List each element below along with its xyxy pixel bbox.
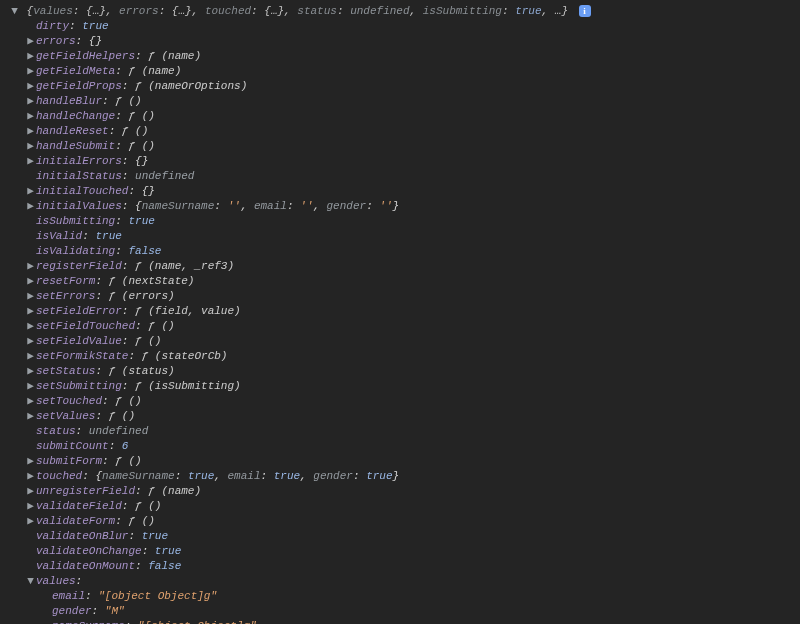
property-row: isValid: true [4,229,800,244]
property-row[interactable]: ▶setFormikState: ƒ (stateOrCb) [4,349,800,364]
chevron-right-icon[interactable]: ▶ [26,454,35,469]
function-params: () [142,110,155,122]
property-value: "[object Object]g" [98,590,217,602]
property-row[interactable]: ▶getFieldMeta: ƒ (name) [4,64,800,79]
property-key: validateOnChange [36,545,142,557]
property-row: validateOnMount: false [4,559,800,574]
info-icon[interactable]: i [579,5,591,17]
property-row[interactable]: ▶resetForm: ƒ (nextState) [4,274,800,289]
chevron-right-icon[interactable]: ▶ [26,124,35,139]
chevron-right-icon[interactable]: ▶ [26,364,35,379]
property-row[interactable]: ▶validateForm: ƒ () [4,514,800,529]
property-key: validateForm [36,515,115,527]
property-value: "M" [105,605,125,617]
property-value: undefined [135,170,194,182]
function-params: (field, value) [148,305,240,317]
property-row[interactable]: ▶initialValues: {nameSurname: '', email:… [4,199,800,214]
property-key: setErrors [36,290,95,302]
property-value: true [155,545,181,557]
property-row: isValidating: false [4,244,800,259]
property-key: getFieldHelpers [36,50,135,62]
property-row[interactable]: ▶setStatus: ƒ (status) [4,364,800,379]
function-params: () [128,395,141,407]
property-key: getFieldProps [36,80,122,92]
chevron-right-icon[interactable]: ▶ [26,34,35,49]
property-row[interactable]: ▶setFieldValue: ƒ () [4,334,800,349]
chevron-right-icon[interactable]: ▶ [26,289,35,304]
property-key: email [52,590,85,602]
property-row[interactable]: ▶submitForm: ƒ () [4,454,800,469]
property-key: initialValues [36,200,122,212]
chevron-right-icon[interactable]: ▶ [26,379,35,394]
property-row: email: "[object Object]g" [4,589,800,604]
function-params: (errors) [122,290,175,302]
property-value: {} [142,185,155,197]
chevron-right-icon[interactable]: ▶ [26,304,35,319]
property-row[interactable]: ▶setTouched: ƒ () [4,394,800,409]
chevron-right-icon[interactable]: ▶ [26,469,35,484]
property-row[interactable]: ▶touched: {nameSurname: true, email: tru… [4,469,800,484]
property-row[interactable]: ▶errors: {} [4,34,800,49]
property-row[interactable]: ▶registerField: ƒ (name, _ref3) [4,259,800,274]
chevron-down-icon[interactable]: ▼ [26,574,35,589]
property-row[interactable]: ▶initialErrors: {} [4,154,800,169]
property-key: validateField [36,500,122,512]
property-value: true [82,20,108,32]
chevron-right-icon[interactable]: ▶ [26,499,35,514]
property-key: setValues [36,410,95,422]
chevron-right-icon[interactable]: ▶ [26,334,35,349]
property-row[interactable]: ▶setValues: ƒ () [4,409,800,424]
chevron-right-icon[interactable]: ▶ [26,94,35,109]
function-params: (name) [142,65,182,77]
property-row[interactable]: ▶setSubmitting: ƒ (isSubmitting) [4,379,800,394]
chevron-right-icon[interactable]: ▶ [26,139,35,154]
chevron-right-icon[interactable]: ▶ [26,409,35,424]
property-key: setFormikState [36,350,128,362]
property-row[interactable]: ▶handleBlur: ƒ () [4,94,800,109]
chevron-right-icon[interactable]: ▶ [26,64,35,79]
chevron-right-icon[interactable]: ▶ [26,109,35,124]
chevron-right-icon[interactable]: ▶ [26,49,35,64]
function-params: () [122,410,135,422]
property-row[interactable]: ▼values: [4,574,800,589]
chevron-right-icon[interactable]: ▶ [26,199,35,214]
chevron-right-icon[interactable]: ▶ [26,154,35,169]
property-value: {} [135,155,148,167]
property-row[interactable]: ▶handleChange: ƒ () [4,109,800,124]
property-row[interactable]: ▶unregisterField: ƒ (name) [4,484,800,499]
property-key: registerField [36,260,122,272]
chevron-right-icon[interactable]: ▶ [26,79,35,94]
function-params: () [128,455,141,467]
chevron-right-icon[interactable]: ▶ [26,274,35,289]
property-key: handleChange [36,110,115,122]
object-root-row[interactable]: ▼ {values: {…}, errors: {…}, touched: {…… [4,4,800,19]
property-row: validateOnChange: true [4,544,800,559]
property-row[interactable]: ▶handleSubmit: ƒ () [4,139,800,154]
function-params: () [142,140,155,152]
chevron-right-icon[interactable]: ▶ [26,394,35,409]
chevron-right-icon[interactable]: ▶ [26,349,35,364]
property-value: true [95,230,121,242]
property-key: touched [36,470,82,482]
property-row[interactable]: ▶handleReset: ƒ () [4,124,800,139]
property-row[interactable]: ▶setFieldError: ƒ (field, value) [4,304,800,319]
property-key: submitCount [36,440,109,452]
chevron-right-icon[interactable]: ▶ [26,484,35,499]
chevron-right-icon[interactable]: ▶ [26,259,35,274]
chevron-right-icon[interactable]: ▶ [26,514,35,529]
property-key: isValidating [36,245,115,257]
property-row[interactable]: ▶initialTouched: {} [4,184,800,199]
property-key: isValid [36,230,82,242]
chevron-right-icon[interactable]: ▶ [26,319,35,334]
property-row[interactable]: ▶getFieldProps: ƒ (nameOrOptions) [4,79,800,94]
chevron-right-icon[interactable]: ▶ [26,184,35,199]
property-row[interactable]: ▶setErrors: ƒ (errors) [4,289,800,304]
property-row[interactable]: ▶validateField: ƒ () [4,499,800,514]
property-key: handleSubmit [36,140,115,152]
property-row[interactable]: ▶setFieldTouched: ƒ () [4,319,800,334]
property-key: setStatus [36,365,95,377]
property-row[interactable]: ▶getFieldHelpers: ƒ (name) [4,49,800,64]
property-key: handleBlur [36,95,102,107]
chevron-down-icon[interactable]: ▼ [10,4,19,19]
property-value: "[object Object]g" [138,620,257,624]
